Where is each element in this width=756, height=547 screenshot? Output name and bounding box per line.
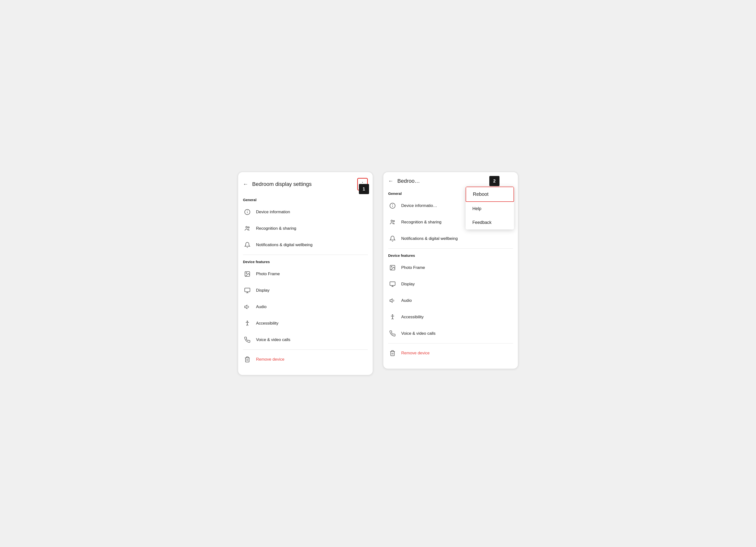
menu-item-remove-2[interactable]: Remove device — [388, 345, 513, 361]
screen-1: ← Bedroom display settings ⋮ 1 General D… — [238, 172, 373, 375]
accessibility-icon-2 — [388, 313, 397, 321]
volume-icon-1 — [243, 303, 252, 311]
info-icon-1 — [243, 208, 252, 216]
photo-frame-label-1: Photo Frame — [256, 272, 280, 276]
svg-point-25 — [392, 315, 393, 315]
notifications-label-2: Notifications & digital wellbeing — [401, 236, 458, 241]
trash-icon-2 — [388, 349, 397, 357]
bell-icon-2 — [388, 234, 397, 243]
screen2-title: Bedroo… — [397, 178, 451, 184]
menu-item-voice-2[interactable]: Voice & video calls — [388, 325, 513, 342]
menu-item-notifications-2[interactable]: Notifications & digital wellbeing — [388, 230, 513, 247]
info-icon-2 — [388, 201, 397, 210]
divider-3 — [388, 248, 513, 249]
audio-label-2: Audio — [401, 298, 412, 303]
svg-point-17 — [391, 220, 393, 222]
voice-label-2: Voice & video calls — [401, 331, 436, 336]
svg-point-4 — [248, 227, 249, 228]
display-label-2: Display — [401, 282, 415, 287]
device-features-label-1: Device features — [243, 256, 368, 266]
svg-marker-24 — [390, 299, 392, 302]
menu-item-voice-1[interactable]: Voice & video calls — [243, 332, 368, 348]
svg-point-6 — [246, 273, 247, 273]
trash-icon-1 — [243, 355, 252, 364]
menu-item-notifications-1[interactable]: Notifications & digital wellbeing — [243, 237, 368, 253]
screen-2: ← Bedroo… 2 Reboot Help Feedback General… — [383, 172, 518, 369]
menu-item-audio-1[interactable]: Audio — [243, 299, 368, 315]
more-menu-button-1[interactable]: ⋮ 1 — [357, 178, 368, 190]
menu-item-recognition-1[interactable]: Recognition & sharing — [243, 220, 368, 237]
general-section-label-1: General — [243, 194, 368, 204]
menu-item-display-1[interactable]: Display — [243, 282, 368, 299]
recognition-label-1: Recognition & sharing — [256, 226, 296, 231]
screen2-header: ← Bedroo… 2 — [383, 172, 518, 188]
svg-rect-7 — [245, 288, 250, 292]
step-badge-2: 2 — [489, 176, 499, 186]
notifications-label-1: Notifications & digital wellbeing — [256, 243, 312, 247]
back-button-2[interactable]: ← — [388, 178, 393, 184]
menu-item-device-info-1[interactable]: Device information — [243, 204, 368, 220]
volume-icon-2 — [388, 296, 397, 305]
remove-device-label-1: Remove device — [256, 357, 284, 362]
photo-frame-label-2: Photo Frame — [401, 265, 425, 270]
menu-item-audio-2[interactable]: Audio — [388, 292, 513, 309]
people-icon-1 — [243, 224, 252, 233]
svg-point-18 — [393, 220, 394, 222]
people-icon-2 — [388, 218, 397, 227]
recognition-label-2: Recognition & sharing — [401, 220, 441, 225]
display-label-1: Display — [256, 288, 270, 293]
monitor-icon-1 — [243, 286, 252, 295]
device-info-label-1: Device information — [256, 210, 290, 214]
screen1-header: ← Bedroom display settings ⋮ 1 — [238, 172, 373, 194]
menu-item-accessibility-2[interactable]: Accessibility — [388, 309, 513, 325]
divider-1 — [243, 255, 368, 255]
photo-icon-1 — [243, 270, 252, 278]
bell-icon-1 — [243, 241, 252, 249]
accessibility-label-2: Accessibility — [401, 315, 424, 319]
accessibility-label-1: Accessibility — [256, 321, 279, 326]
svg-point-11 — [247, 321, 248, 322]
step-badge-1: 1 — [359, 184, 369, 194]
svg-marker-10 — [245, 305, 247, 309]
screen1-title: Bedroom display settings — [252, 181, 357, 187]
menu-item-remove-1[interactable]: Remove device — [243, 351, 368, 368]
phone-icon-2 — [388, 329, 397, 338]
monitor-icon-2 — [388, 280, 397, 289]
remove-device-label-2: Remove device — [401, 351, 430, 356]
accessibility-icon-1 — [243, 319, 252, 328]
screens-container: ← Bedroom display settings ⋮ 1 General D… — [238, 172, 518, 375]
dropdown-reboot[interactable]: Reboot — [466, 187, 514, 202]
svg-point-20 — [391, 266, 392, 267]
phone-icon-1 — [243, 335, 252, 344]
menu-item-accessibility-1[interactable]: Accessibility — [243, 315, 368, 332]
back-button-1[interactable]: ← — [243, 181, 248, 187]
audio-label-1: Audio — [256, 304, 266, 309]
menu-item-photo-frame-2[interactable]: Photo Frame — [388, 259, 513, 276]
device-info-label-2: Device informatio… — [401, 203, 437, 208]
device-features-label-2: Device features — [388, 250, 513, 259]
dropdown-feedback[interactable]: Feedback — [466, 216, 514, 229]
svg-point-3 — [246, 226, 248, 228]
voice-label-1: Voice & video calls — [256, 337, 290, 342]
dropdown-menu: Reboot Help Feedback — [466, 187, 514, 229]
screen1-content: General Device information Recognition &… — [238, 194, 373, 375]
divider-2 — [243, 349, 368, 350]
menu-item-photo-frame-1[interactable]: Photo Frame — [243, 266, 368, 282]
dropdown-help[interactable]: Help — [466, 202, 514, 216]
photo-icon-2 — [388, 263, 397, 272]
svg-rect-21 — [390, 282, 395, 285]
menu-item-display-2[interactable]: Display — [388, 276, 513, 292]
